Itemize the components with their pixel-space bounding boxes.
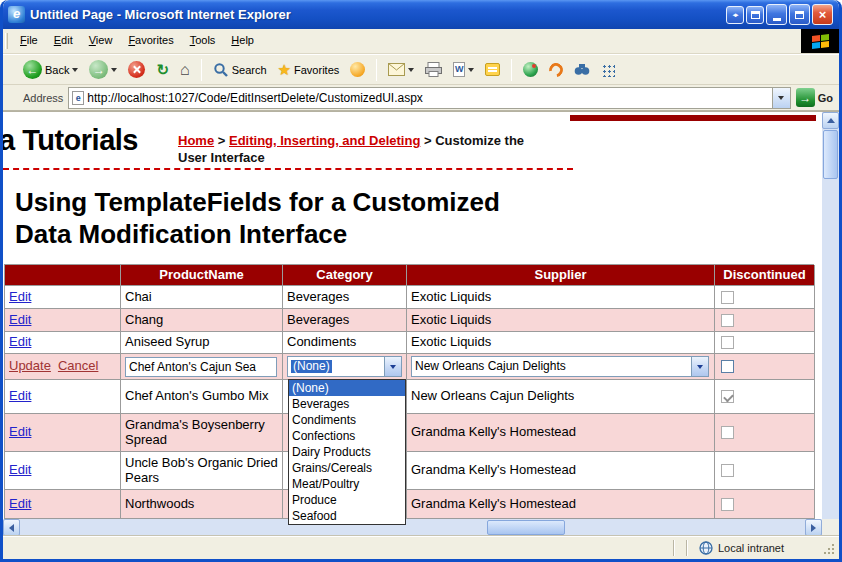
menu-favorites[interactable]: Favorites	[120, 29, 181, 53]
address-label: Address	[19, 92, 63, 104]
edit-link[interactable]: Edit	[9, 425, 31, 440]
edit-link[interactable]: Edit	[9, 335, 31, 350]
back-button[interactable]: ← Back	[19, 58, 82, 81]
minimize-button[interactable]	[766, 4, 787, 25]
menu-tools[interactable]: Tools	[182, 29, 224, 53]
menu-bar: File Edit View Favorites Tools Help	[3, 29, 839, 54]
address-input[interactable]	[84, 91, 771, 105]
standard-toolbar: ← Back → ↻ ⌂ Search ★ Favorites W	[3, 54, 839, 85]
discuss-button[interactable]	[481, 61, 504, 78]
dropdown-option[interactable]: Grains/Cereals	[289, 460, 405, 476]
print-button[interactable]	[421, 60, 446, 79]
edit-link[interactable]: Edit	[9, 463, 31, 478]
forward-button[interactable]: →	[85, 58, 121, 81]
mail-icon	[388, 63, 405, 76]
breadcrumb-separator: >	[424, 133, 432, 148]
table-row: Edit Aniseed Syrup Condiments Exotic Liq…	[5, 332, 814, 354]
discontinued-checkbox[interactable]	[721, 360, 734, 373]
products-grid: ProductName Category Supplier Discontinu…	[4, 264, 814, 519]
search-button[interactable]: Search	[209, 60, 271, 80]
vertical-scroll-thumb[interactable]	[823, 130, 838, 179]
table-row: Edit Grandma's Boysenberry Spread Grandm…	[5, 414, 814, 452]
discontinued-checkbox	[721, 314, 734, 327]
page-ie-icon: e	[72, 91, 84, 105]
dotted-grid-icon	[601, 63, 615, 77]
table-row: Edit Chang Beverages Exotic Liquids	[5, 309, 814, 332]
plugin-button-1[interactable]	[519, 60, 542, 79]
dropdown-option[interactable]: Confections	[289, 428, 405, 444]
supplier-select-button[interactable]	[691, 357, 708, 376]
scroll-up-icon	[827, 118, 835, 123]
edit-link[interactable]: Edit	[9, 497, 31, 512]
cell-supplier: Exotic Liquids	[407, 309, 715, 332]
forward-icon: →	[89, 60, 108, 79]
header-category: Category	[283, 265, 407, 286]
menubar-grip[interactable]	[5, 33, 8, 49]
cell-supplier: Grandma Kelly's Homestead	[407, 452, 715, 490]
dropdown-option[interactable]: (None)	[289, 380, 405, 396]
dropdown-option[interactable]: Seafood	[289, 508, 405, 524]
dropdown-option[interactable]: Condiments	[289, 412, 405, 428]
scroll-left-button[interactable]	[3, 519, 20, 535]
supplier-select[interactable]: New Orleans Cajun Delights	[411, 356, 709, 377]
home-button[interactable]: ⌂	[176, 60, 194, 80]
cell-product: Chai	[121, 286, 283, 309]
mail-button[interactable]	[384, 61, 418, 78]
dropdown-option[interactable]: Produce	[289, 492, 405, 508]
plugin-button-2[interactable]	[545, 61, 567, 79]
close-button[interactable]: ×	[812, 4, 833, 25]
menu-file[interactable]: File	[12, 29, 46, 53]
category-select[interactable]: (None)	[287, 356, 402, 377]
address-dropdown-button[interactable]	[772, 88, 790, 108]
edit-word-icon: W	[453, 62, 465, 77]
dropdown-option[interactable]: Beverages	[289, 396, 405, 412]
stop-button[interactable]	[124, 59, 149, 80]
minimize-icon	[773, 18, 781, 21]
menu-help[interactable]: Help	[223, 29, 262, 53]
scroll-right-button[interactable]	[805, 519, 822, 535]
category-select-button[interactable]	[384, 357, 401, 376]
media-button[interactable]	[346, 60, 369, 79]
toolbar-separator	[511, 59, 512, 81]
horizontal-scroll-thumb[interactable]	[487, 520, 565, 535]
plugin-button-4[interactable]	[597, 61, 619, 79]
title-bar: e Untitled Page - Microsoft Internet Exp…	[3, 0, 839, 29]
resize-grip[interactable]	[832, 552, 834, 554]
titlebar-box-button[interactable]	[746, 6, 764, 24]
product-name-input[interactable]	[125, 357, 277, 377]
edit-link[interactable]: Edit	[9, 290, 31, 305]
plugin-button-3[interactable]	[570, 61, 594, 78]
discontinued-checkbox	[721, 291, 734, 304]
edit-button[interactable]: W	[449, 60, 478, 79]
horizontal-scrollbar[interactable]	[3, 519, 822, 535]
breadcrumb-section-link[interactable]: Editing, Inserting, and Deleting	[229, 133, 420, 148]
status-bar: Local intranet	[3, 535, 839, 559]
titlebar-arrows-button[interactable]: ◂▸	[726, 6, 744, 24]
update-link[interactable]: Update	[9, 359, 51, 374]
menu-edit[interactable]: Edit	[46, 29, 81, 53]
header-product: ProductName	[121, 265, 283, 286]
cancel-link[interactable]: Cancel	[58, 359, 98, 374]
header-actions	[5, 265, 121, 286]
edit-link[interactable]: Edit	[9, 313, 31, 328]
dropdown-option[interactable]: Meat/Poultry	[289, 476, 405, 492]
cell-product: Uncle Bob's Organic Dried Pears	[121, 452, 283, 490]
dropdown-option[interactable]: Dairy Products	[289, 444, 405, 460]
vertical-scrollbar[interactable]	[822, 112, 839, 535]
refresh-button[interactable]: ↻	[152, 60, 173, 79]
favorites-star-icon: ★	[278, 62, 291, 77]
edit-link[interactable]: Edit	[9, 389, 31, 404]
category-select-value: (None)	[291, 360, 332, 374]
site-title: a Tutorials	[3, 124, 138, 157]
chevron-down-icon	[697, 365, 703, 369]
discontinued-checkbox	[721, 336, 734, 349]
breadcrumb-separator: >	[218, 133, 226, 148]
orb-icon	[523, 62, 538, 77]
mail-dropdown-icon	[408, 68, 414, 72]
menu-view[interactable]: View	[81, 29, 121, 53]
go-button[interactable]: → Go	[796, 88, 833, 107]
scroll-up-button[interactable]	[822, 112, 839, 129]
breadcrumb-home-link[interactable]: Home	[178, 133, 214, 148]
maximize-button[interactable]	[789, 4, 810, 25]
favorites-button[interactable]: ★ Favorites	[274, 60, 344, 79]
